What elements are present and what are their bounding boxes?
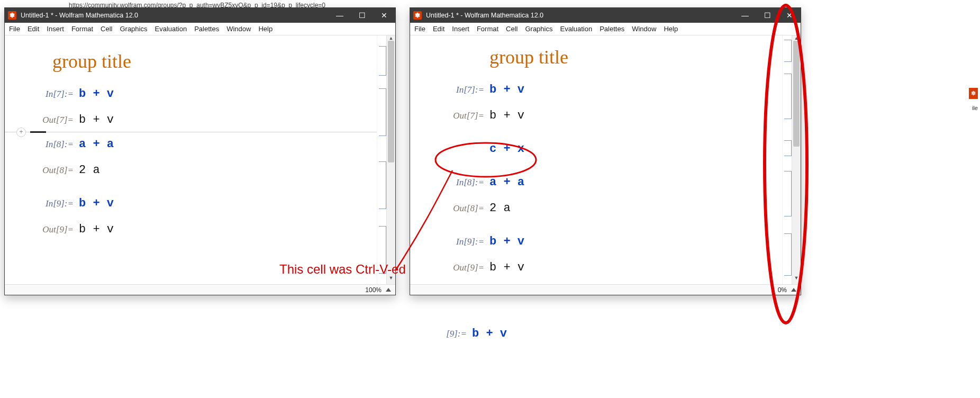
notebook-content-left[interactable]: group title In[7]:= b + v Out[7]= b + v …	[5, 35, 377, 284]
notebook-left: group title In[7]:= b + v Out[7]= b + v …	[5, 35, 395, 284]
in-expr-8[interactable]: a + a	[79, 138, 114, 151]
in-row-9r[interactable]: In[9]:= b + v	[442, 235, 766, 248]
menu-insert[interactable]: Insert	[47, 25, 64, 33]
out-label-8r: Out[8]=	[442, 203, 489, 214]
window-title-left: Untitled-1 * - Wolfram Mathematica 12.0	[21, 12, 138, 19]
stray-label: [9]:=	[434, 329, 472, 339]
in-label-8r: In[8]:=	[442, 177, 489, 188]
menu-help[interactable]: Help	[664, 25, 678, 33]
menubar-left: File Edit Insert Format Cell Graphics Ev…	[5, 23, 395, 35]
out-label-9r: Out[9]=	[442, 263, 489, 273]
out-label-8: Out[8]=	[31, 165, 79, 176]
out-expr-9: b + v	[79, 223, 114, 236]
menu-window[interactable]: Window	[226, 25, 251, 33]
menu-edit[interactable]: Edit	[433, 25, 444, 33]
wolfram-icon: ✽	[413, 11, 422, 20]
menu-palettes[interactable]: Palettes	[194, 25, 219, 33]
menu-format[interactable]: Format	[477, 25, 498, 33]
statusbar-right: 0%	[410, 284, 801, 295]
menu-file[interactable]: File	[9, 25, 20, 33]
out-label-9: Out[9]=	[31, 224, 79, 235]
in-label-7: In[7]:=	[31, 89, 79, 100]
menu-file[interactable]: File	[414, 25, 425, 33]
out-expr-8r: 2 a	[489, 202, 511, 215]
out-row-7[interactable]: Out[7]= b + v	[31, 113, 361, 126]
in-row-8[interactable]: In[8]:= a + a	[31, 138, 361, 151]
notebook-content-right[interactable]: group title In[7]:= b + v Out[7]= b + v …	[410, 35, 782, 284]
minimize-button[interactable]: —	[734, 8, 756, 23]
window-left: ✽ Untitled-1 * - Wolfram Mathematica 12.…	[4, 7, 396, 295]
out-row-9[interactable]: Out[9]= b + v	[31, 223, 361, 236]
in-expr-7[interactable]: b + v	[79, 87, 114, 101]
cell-bracket-column-left[interactable]	[377, 35, 386, 284]
menu-graphics[interactable]: Graphics	[525, 25, 552, 33]
menu-insert[interactable]: Insert	[452, 25, 469, 33]
zoom-value-right-partial[interactable]: 0%	[778, 286, 787, 294]
pasted-cell-row[interactable]: c + x	[442, 142, 766, 156]
maximize-button[interactable]: ☐	[351, 8, 373, 23]
out-row-8r[interactable]: Out[8]= 2 a	[442, 202, 766, 215]
menu-evaluation[interactable]: Evaluation	[155, 25, 187, 33]
out-expr-7: b + v	[79, 113, 114, 126]
in-expr-9r[interactable]: b + v	[489, 235, 524, 248]
close-button[interactable]: ✕	[778, 8, 801, 23]
zoom-menu-icon[interactable]	[791, 288, 796, 292]
titlebar-right[interactable]: ✽ Untitled-1 * - Wolfram Mathematica 12.…	[410, 8, 801, 23]
minimize-button[interactable]: —	[329, 8, 351, 23]
out-row-9r[interactable]: Out[9]= b + v	[442, 261, 766, 274]
in-row-7[interactable]: In[7]:= b + v	[31, 87, 361, 101]
window-right: ✽ Untitled-1 * - Wolfram Mathematica 12.…	[410, 7, 801, 295]
section-title-right[interactable]: group title	[489, 46, 766, 68]
titlebar-left[interactable]: ✽ Untitled-1 * - Wolfram Mathematica 12.…	[5, 8, 395, 23]
in-label-7r: In[7]:=	[442, 85, 489, 95]
out-expr-8: 2 a	[79, 164, 100, 177]
stray-expr: b + v	[472, 327, 507, 340]
in-expr-9[interactable]: b + v	[79, 197, 114, 210]
statusbar-left: 100%	[5, 284, 395, 295]
cell-insertion-bar[interactable]	[5, 132, 377, 132]
menu-cell[interactable]: Cell	[101, 25, 112, 33]
zoom-value-left[interactable]: 100%	[365, 286, 382, 294]
maximize-button[interactable]: ☐	[756, 8, 778, 23]
vertical-scrollbar-right[interactable]: ▲ ▼	[792, 35, 801, 284]
section-title-left[interactable]: group title	[52, 50, 361, 73]
in-row-8r[interactable]: In[8]:= a + a	[442, 176, 766, 189]
notebook-right: group title In[7]:= b + v Out[7]= b + v …	[410, 35, 801, 284]
stray-cell-below: [9]:= b + v	[434, 327, 507, 340]
in-expr-8r[interactable]: a + a	[489, 176, 524, 189]
in-label-8: In[8]:=	[31, 139, 79, 150]
out-row-7r[interactable]: Out[7]= b + v	[442, 109, 766, 122]
in-expr-7r[interactable]: b + v	[489, 83, 524, 96]
wolfram-icon: ✽	[8, 11, 16, 20]
out-expr-7r: b + v	[489, 109, 524, 122]
pasted-cell-expr[interactable]: c + x	[489, 142, 524, 156]
out-label-7: Out[7]=	[31, 115, 79, 125]
cell-bracket-column-right[interactable]	[782, 35, 792, 284]
close-button[interactable]: ✕	[373, 8, 395, 23]
menu-cell[interactable]: Cell	[506, 25, 518, 33]
menu-evaluation[interactable]: Evaluation	[560, 25, 592, 33]
in-row-7r[interactable]: In[7]:= b + v	[442, 83, 766, 96]
out-expr-9r: b + v	[489, 261, 524, 274]
menu-edit[interactable]: Edit	[28, 25, 39, 33]
menu-help[interactable]: Help	[258, 25, 273, 33]
annotation-text: This cell was Ctrl-V-ed	[279, 262, 406, 277]
window-title-right: Untitled-1 * - Wolfram Mathematica 12.0	[426, 12, 543, 19]
menu-graphics[interactable]: Graphics	[120, 25, 147, 33]
in-row-9[interactable]: In[9]:= b + v	[31, 197, 361, 210]
fragment-file-label: ile	[972, 105, 978, 111]
menu-palettes[interactable]: Palettes	[600, 25, 624, 33]
menu-format[interactable]: Format	[71, 25, 93, 33]
menubar-right: File Edit Insert Format Cell Graphics Ev…	[410, 23, 801, 35]
in-label-9r: In[9]:=	[442, 237, 489, 247]
out-label-7r: Out[7]=	[442, 111, 489, 121]
fragment-icon: ✽	[969, 88, 978, 99]
in-label-9: In[9]:=	[31, 198, 79, 209]
menu-window[interactable]: Window	[632, 25, 656, 33]
zoom-menu-icon[interactable]	[386, 288, 391, 292]
out-row-8[interactable]: Out[8]= 2 a	[31, 164, 361, 177]
vertical-scrollbar-left[interactable]: ▲ ▼	[386, 35, 395, 284]
